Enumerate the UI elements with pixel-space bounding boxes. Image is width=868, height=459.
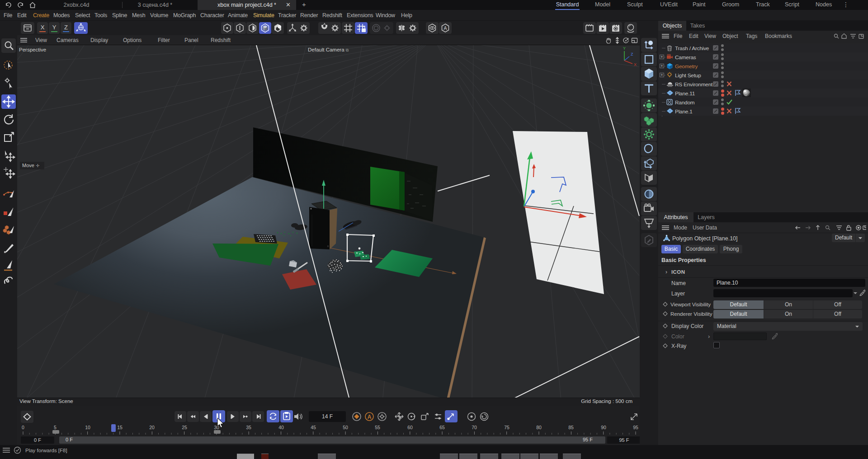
svg-text:X: X	[634, 62, 637, 67]
svg-text:Y: Y	[623, 46, 626, 51]
svg-text:Z: Z	[631, 52, 633, 56]
svg-text:A: A	[443, 25, 447, 31]
